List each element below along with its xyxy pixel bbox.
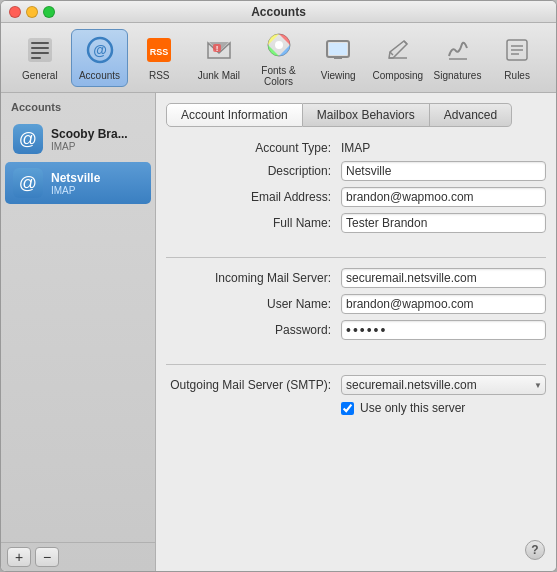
netsville-item-name: Netsville	[51, 171, 100, 185]
description-row: Description:	[166, 161, 546, 181]
toolbar-label-fonts-colors: Fonts & Colors	[250, 65, 308, 87]
traffic-lights	[9, 6, 55, 18]
accounts-icon: @	[84, 34, 116, 66]
netsville-account-icon: @	[13, 168, 43, 198]
main-area: Accounts @ Scooby Bra... IMAP @ Netsvill…	[1, 93, 556, 571]
outgoing-smtp-label: Outgoing Mail Server (SMTP):	[166, 378, 341, 392]
remove-account-button[interactable]: −	[35, 547, 59, 567]
tab-mailbox-behaviors[interactable]: Mailbox Behaviors	[303, 103, 430, 127]
use-only-server-row: Use only this server	[341, 401, 546, 415]
sidebar: Accounts @ Scooby Bra... IMAP @ Netsvill…	[1, 93, 156, 571]
username-row: User Name:	[166, 294, 546, 314]
sidebar-header: Accounts	[1, 93, 155, 117]
svg-rect-1	[31, 42, 49, 44]
password-label: Password:	[166, 323, 341, 337]
svg-rect-15	[334, 57, 342, 59]
fonts-colors-icon	[263, 29, 295, 61]
use-only-server-label: Use only this server	[360, 401, 465, 415]
tab-advanced[interactable]: Advanced	[430, 103, 512, 127]
username-label: User Name:	[166, 297, 341, 311]
email-row: Email Address:	[166, 187, 546, 207]
scooby-account-icon: @	[13, 124, 43, 154]
toolbar-item-accounts[interactable]: @ Accounts	[71, 29, 129, 87]
toolbar-item-general[interactable]: General	[11, 29, 69, 87]
account-form: Account Type: IMAP Description: Email Ad…	[166, 141, 546, 239]
maximize-button[interactable]	[43, 6, 55, 18]
window-title: Accounts	[251, 5, 306, 19]
svg-rect-2	[31, 47, 49, 49]
tab-bar: Account Information Mailbox Behaviors Ad…	[166, 103, 546, 127]
description-label: Description:	[166, 164, 341, 178]
fullname-label: Full Name:	[166, 216, 341, 230]
smtp-select-wrapper: securemail.netsville.com ▼	[341, 375, 546, 395]
smtp-select[interactable]: securemail.netsville.com	[341, 375, 546, 395]
netsville-item-text: Netsville IMAP	[51, 171, 100, 196]
use-only-server-checkbox[interactable]	[341, 402, 354, 415]
minimize-button[interactable]	[26, 6, 38, 18]
account-type-label: Account Type:	[166, 141, 341, 155]
svg-text:!: !	[216, 44, 219, 53]
password-input[interactable]	[341, 320, 546, 340]
toolbar-item-signatures[interactable]: Signatures	[429, 29, 487, 87]
signatures-icon	[442, 34, 474, 66]
toolbar-item-composing[interactable]: Composing	[369, 29, 427, 87]
svg-text:RSS: RSS	[150, 47, 169, 57]
sidebar-item-scooby[interactable]: @ Scooby Bra... IMAP	[5, 118, 151, 160]
add-account-button[interactable]: +	[7, 547, 31, 567]
window: Accounts General @ Acc	[0, 0, 557, 572]
scooby-item-type: IMAP	[51, 141, 128, 152]
junk-mail-icon: !	[203, 34, 235, 66]
svg-rect-14	[329, 43, 347, 55]
toolbar-label-junk-mail: Junk Mail	[198, 70, 240, 81]
incoming-server-label: Incoming Mail Server:	[166, 271, 341, 285]
rules-icon	[501, 34, 533, 66]
toolbar-label-general: General	[22, 70, 58, 81]
server-form: Incoming Mail Server: User Name: Passwor…	[166, 268, 546, 346]
account-type-value: IMAP	[341, 141, 370, 155]
toolbar-item-viewing[interactable]: Viewing	[309, 29, 367, 87]
scooby-item-name: Scooby Bra...	[51, 127, 128, 141]
rss-icon: RSS	[143, 34, 175, 66]
toolbar-label-composing: Composing	[373, 70, 424, 81]
toolbar-item-rss[interactable]: RSS RSS	[130, 29, 188, 87]
smtp-form: Outgoing Mail Server (SMTP): securemail.…	[166, 375, 546, 415]
content-area: Account Information Mailbox Behaviors Ad…	[156, 93, 556, 571]
username-input[interactable]	[341, 294, 546, 314]
description-input[interactable]	[341, 161, 546, 181]
email-label: Email Address:	[166, 190, 341, 204]
toolbar-item-fonts-colors[interactable]: Fonts & Colors	[250, 29, 308, 87]
fullname-row: Full Name:	[166, 213, 546, 233]
svg-rect-3	[31, 52, 49, 54]
form-divider-2	[166, 364, 546, 365]
outgoing-smtp-row: Outgoing Mail Server (SMTP): securemail.…	[166, 375, 546, 395]
incoming-server-input[interactable]	[341, 268, 546, 288]
general-icon	[24, 34, 56, 66]
fullname-input[interactable]	[341, 213, 546, 233]
netsville-item-type: IMAP	[51, 185, 100, 196]
toolbar-item-rules[interactable]: Rules	[488, 29, 546, 87]
toolbar: General @ Accounts RSS RSS	[1, 23, 556, 93]
form-divider-1	[166, 257, 546, 258]
toolbar-label-rss: RSS	[149, 70, 170, 81]
toolbar-label-rules: Rules	[504, 70, 530, 81]
toolbar-label-signatures: Signatures	[434, 70, 482, 81]
sidebar-controls: + −	[1, 542, 155, 571]
svg-rect-4	[31, 57, 41, 59]
sidebar-item-netsville[interactable]: @ Netsville IMAP	[5, 162, 151, 204]
toolbar-label-accounts: Accounts	[79, 70, 120, 81]
svg-text:@: @	[93, 42, 107, 58]
scooby-item-text: Scooby Bra... IMAP	[51, 127, 128, 152]
incoming-server-row: Incoming Mail Server:	[166, 268, 546, 288]
help-button[interactable]: ?	[525, 540, 545, 560]
toolbar-item-junk-mail[interactable]: ! Junk Mail	[190, 29, 248, 87]
close-button[interactable]	[9, 6, 21, 18]
account-type-row: Account Type: IMAP	[166, 141, 546, 155]
email-input[interactable]	[341, 187, 546, 207]
toolbar-label-viewing: Viewing	[321, 70, 356, 81]
titlebar: Accounts	[1, 1, 556, 23]
password-row: Password:	[166, 320, 546, 340]
viewing-icon	[322, 34, 354, 66]
tab-account-info[interactable]: Account Information	[166, 103, 303, 127]
composing-icon	[382, 34, 414, 66]
svg-point-12	[275, 41, 283, 49]
